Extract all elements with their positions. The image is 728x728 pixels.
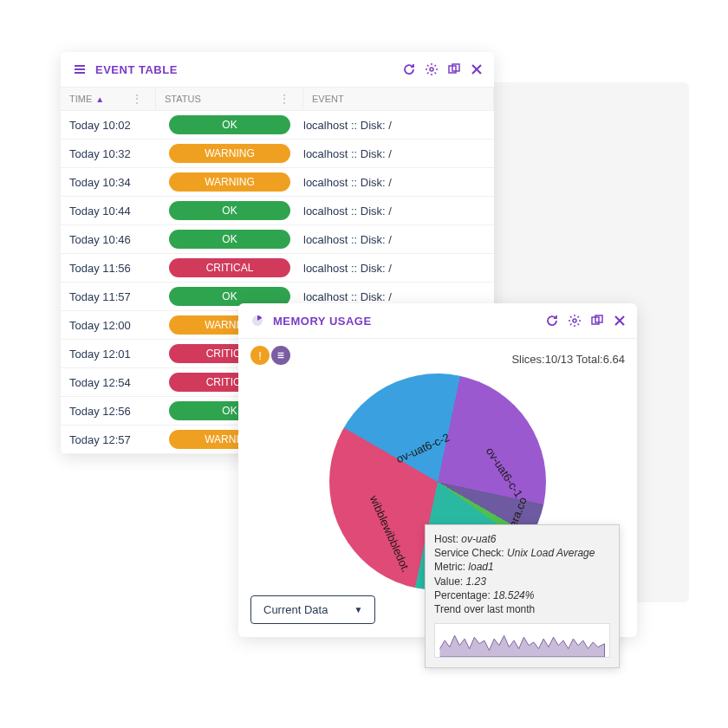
panel-title: MEMORY USAGE bbox=[273, 315, 545, 328]
tooltip-pct-key: Percentage: bbox=[434, 589, 491, 601]
cell-time: Today 10:34 bbox=[69, 176, 156, 189]
column-handle-icon[interactable]: ⋮ bbox=[275, 93, 294, 105]
status-badge: WARNING bbox=[169, 172, 290, 192]
tooltip-value-value: 1.23 bbox=[465, 575, 485, 588]
sparkline-chart bbox=[434, 623, 610, 658]
cell-event: localhost :: Disk: / bbox=[303, 205, 485, 218]
sort-asc-icon: ▲ bbox=[95, 94, 104, 104]
table-row[interactable]: Today 10:44OKlocalhost :: Disk: / bbox=[61, 197, 494, 225]
cell-time: Today 12:57 bbox=[69, 433, 156, 446]
tooltip-check-value: Unix Load Average bbox=[507, 547, 595, 559]
column-event[interactable]: EVENT bbox=[303, 88, 494, 110]
cell-time: Today 12:00 bbox=[69, 319, 156, 332]
cell-status: CRITICAL bbox=[156, 258, 303, 277]
popout-icon[interactable] bbox=[590, 314, 604, 328]
cell-status: OK bbox=[156, 201, 303, 220]
refresh-icon[interactable] bbox=[402, 62, 416, 76]
tooltip-value-key: Value: bbox=[434, 575, 463, 588]
tooltip-metric-key: Metric: bbox=[434, 561, 465, 573]
pie-tooltip: Host: ov-uat6 Service Check: Unix Load A… bbox=[425, 524, 620, 668]
cell-status: OK bbox=[156, 115, 303, 134]
gear-icon[interactable] bbox=[425, 62, 439, 76]
table-row[interactable]: Today 10:46OKlocalhost :: Disk: / bbox=[61, 225, 494, 254]
refresh-icon[interactable] bbox=[545, 314, 559, 328]
event-table-header: EVENT TABLE bbox=[61, 52, 494, 88]
dropdown-label: Current Data bbox=[263, 603, 328, 616]
status-badge: CRITICAL bbox=[169, 258, 290, 277]
tooltip-host-value: ov-uat6 bbox=[461, 533, 496, 545]
svg-point-0 bbox=[430, 68, 433, 71]
table-row[interactable]: Today 11:56CRITICALlocalhost :: Disk: / bbox=[61, 254, 494, 283]
cell-status: WARNING bbox=[156, 144, 303, 163]
cell-event: localhost :: Disk: / bbox=[303, 233, 485, 246]
warning-badge-icon[interactable]: ! bbox=[250, 346, 270, 365]
column-event-label: EVENT bbox=[312, 94, 344, 104]
memory-usage-header: MEMORY USAGE bbox=[238, 303, 637, 339]
tooltip-check-key: Service Check: bbox=[434, 547, 504, 559]
chevron-down-icon: ▼ bbox=[354, 605, 362, 614]
menu-icon[interactable] bbox=[71, 61, 88, 78]
cell-status: OK bbox=[156, 230, 303, 249]
close-icon[interactable] bbox=[613, 314, 627, 328]
cell-time: Today 11:56 bbox=[69, 262, 156, 275]
tooltip-trend-label: Trend over last month bbox=[434, 602, 610, 616]
column-time[interactable]: TIME▲ ⋮ bbox=[61, 88, 156, 110]
status-badge: OK bbox=[169, 230, 290, 249]
tooltip-host-key: Host: bbox=[434, 533, 458, 545]
close-icon[interactable] bbox=[470, 62, 484, 76]
column-handle-icon[interactable]: ⋮ bbox=[127, 93, 146, 105]
cell-time: Today 12:56 bbox=[69, 405, 156, 418]
table-row[interactable]: Today 10:34WARNINGlocalhost :: Disk: / bbox=[61, 168, 494, 197]
cell-event: localhost :: Disk: / bbox=[303, 290, 485, 303]
tooltip-metric-value: load1 bbox=[468, 561, 493, 573]
cell-time: Today 12:54 bbox=[69, 376, 156, 389]
table-row[interactable]: Today 10:02OKlocalhost :: Disk: / bbox=[61, 111, 494, 140]
event-table-columns: TIME▲ ⋮ STATUS ⋮ EVENT bbox=[61, 88, 494, 111]
svg-point-4 bbox=[573, 319, 576, 322]
status-badge: WARNING bbox=[169, 144, 290, 163]
cell-time: Today 10:02 bbox=[69, 119, 156, 132]
cell-event: localhost :: Disk: / bbox=[303, 147, 485, 160]
column-time-label: TIME bbox=[69, 94, 92, 104]
column-status-label: STATUS bbox=[165, 94, 201, 104]
status-badge: OK bbox=[169, 115, 290, 134]
tooltip-pct-value: 18.524% bbox=[493, 589, 534, 601]
popout-icon[interactable] bbox=[447, 62, 461, 76]
gear-icon[interactable] bbox=[568, 314, 582, 328]
cell-time: Today 12:01 bbox=[69, 348, 156, 361]
cell-time: Today 10:32 bbox=[69, 147, 156, 160]
cell-status: WARNING bbox=[156, 172, 303, 192]
cell-time: Today 10:44 bbox=[69, 205, 156, 218]
slices-total-label: Slices:10/13 Total:6.64 bbox=[511, 353, 625, 366]
table-row[interactable]: Today 10:32WARNINGlocalhost :: Disk: / bbox=[61, 140, 494, 168]
cell-time: Today 10:46 bbox=[69, 233, 156, 246]
cell-event: localhost :: Disk: / bbox=[303, 262, 485, 275]
cell-event: localhost :: Disk: / bbox=[303, 176, 485, 189]
pie-icon bbox=[249, 312, 266, 329]
list-badge-icon[interactable] bbox=[271, 346, 290, 365]
panel-title: EVENT TABLE bbox=[95, 63, 402, 76]
status-badge: OK bbox=[169, 201, 290, 220]
cell-time: Today 11:57 bbox=[69, 290, 156, 303]
column-status[interactable]: STATUS ⋮ bbox=[156, 88, 303, 110]
data-mode-dropdown[interactable]: Current Data ▼ bbox=[250, 595, 375, 624]
cell-event: localhost :: Disk: / bbox=[303, 119, 485, 132]
